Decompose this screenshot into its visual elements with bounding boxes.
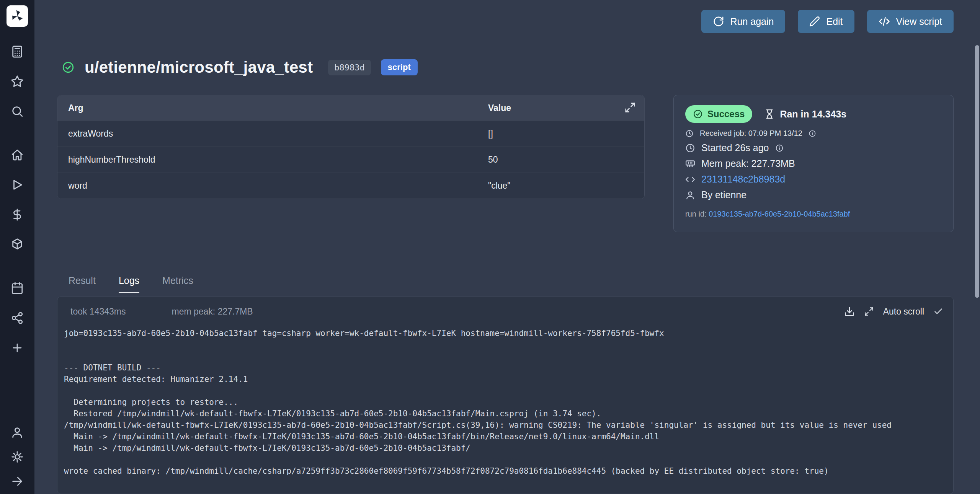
- resources-cube-icon: [11, 238, 24, 251]
- version-hash-badge: b8983d: [328, 60, 371, 75]
- status-label: Success: [707, 109, 745, 119]
- tab-logs[interactable]: Logs: [119, 275, 139, 293]
- started-label: Started 26s ago: [701, 142, 769, 153]
- calendar-icon: [11, 282, 24, 295]
- args-col-value: Value: [477, 103, 644, 113]
- auto-scroll-checkbox[interactable]: [933, 307, 943, 316]
- run-id-label: run id:: [685, 210, 707, 218]
- received-job-label: Received job: 07:09 PM 13/12: [700, 129, 802, 138]
- play-icon: [11, 178, 24, 191]
- tab-result[interactable]: Result: [69, 275, 96, 293]
- arg-value: []: [477, 129, 644, 139]
- run-id-row: run id: 0193c135-ab7d-60e5-2b10-04b5ac13…: [685, 210, 942, 218]
- sidebar-item-apps[interactable]: [11, 45, 24, 58]
- arrow-right-icon: [11, 475, 24, 488]
- hourglass-icon: [764, 109, 774, 119]
- logs-meta-bar: took 14343ms mem peak: 227.7MB Auto scro…: [57, 306, 953, 317]
- calculator-icon: [11, 45, 24, 58]
- refresh-icon: [713, 16, 724, 27]
- arg-value: 50: [477, 155, 644, 165]
- main-content: Run again Edit View script: [34, 0, 980, 494]
- user-icon: [685, 190, 695, 200]
- edit-button[interactable]: Edit: [798, 10, 854, 33]
- view-script-button[interactable]: View script: [867, 10, 954, 33]
- arg-name: word: [57, 181, 477, 191]
- arg-value: "clue": [477, 181, 644, 191]
- script-kind-badge: script: [381, 59, 418, 75]
- logs-mem-peak-label: mem peak: 227.7MB: [172, 307, 253, 317]
- sidebar-item-resources[interactable]: [11, 238, 24, 251]
- action-toolbar: Run again Edit View script: [57, 10, 954, 33]
- scrollbar-thumb[interactable]: [975, 45, 979, 298]
- info-icon[interactable]: [775, 144, 784, 152]
- auto-scroll-label: Auto scroll: [883, 307, 924, 317]
- app-window: Run again Edit View script: [0, 0, 980, 494]
- script-hash-row: 23131148c2b8983d: [685, 174, 942, 185]
- status-badge: Success: [685, 105, 752, 123]
- sidebar-item-search[interactable]: [11, 105, 24, 118]
- arg-name: highNumberThreshold: [57, 155, 477, 165]
- run-id-link[interactable]: 0193c135-ab7d-60e5-2b10-04b5ac13fabf: [709, 210, 850, 218]
- star-icon: [11, 75, 24, 88]
- ran-in-label: Ran in 14.343s: [780, 109, 846, 120]
- maximize-icon[interactable]: [864, 307, 874, 316]
- sidebar-item-variables[interactable]: [11, 208, 24, 221]
- download-icon[interactable]: [844, 306, 855, 317]
- logs-panel: took 14343ms mem peak: 227.7MB Auto scro…: [57, 297, 954, 494]
- windmill-logo[interactable]: [7, 5, 28, 27]
- job-status-card: Success Ran in 14.343s: [673, 95, 954, 232]
- plus-icon: [11, 341, 24, 354]
- sidebar-item-create[interactable]: [11, 341, 24, 354]
- info-icon[interactable]: [808, 130, 816, 137]
- expand-args-button[interactable]: [624, 102, 636, 113]
- windmill-logo-icon: [10, 9, 24, 23]
- memory-icon: [685, 159, 695, 169]
- check-circle-icon: [693, 109, 703, 119]
- window-scrollbar: [975, 0, 979, 494]
- status-row: Success Ran in 14.343s: [685, 105, 942, 123]
- received-job-row: Received job: 07:09 PM 13/12: [685, 129, 942, 138]
- args-col-arg: Arg: [57, 103, 477, 113]
- by-user-label: By etienne: [701, 189, 746, 201]
- script-hash-link[interactable]: 23131148c2b8983d: [701, 174, 785, 185]
- arg-name: extraWords: [57, 129, 477, 139]
- sidebar-item-account[interactable]: [11, 426, 24, 439]
- edit-label: Edit: [826, 16, 843, 27]
- logs-took-label: took 14343ms: [70, 307, 126, 317]
- home-icon: [11, 148, 24, 161]
- table-row: extraWords []: [57, 121, 644, 147]
- run-again-button[interactable]: Run again: [701, 10, 786, 33]
- ran-in-duration: Ran in 14.343s: [764, 109, 846, 120]
- clock-icon: [685, 129, 694, 138]
- search-icon: [11, 105, 24, 118]
- code-icon: [879, 16, 890, 27]
- sidebar-item-expand[interactable]: [11, 475, 24, 488]
- logs-actions: Auto scroll: [844, 306, 943, 317]
- sidebar-item-settings[interactable]: [11, 450, 24, 463]
- sidebar-item-runs[interactable]: [11, 178, 24, 191]
- network-icon: [11, 311, 24, 324]
- view-script-label: View script: [896, 16, 942, 27]
- user-icon: [11, 426, 24, 439]
- args-table-header: Arg Value: [57, 95, 644, 121]
- mem-peak-label: Mem peak: 227.73MB: [701, 158, 795, 169]
- started-row: Started 26s ago: [685, 142, 942, 153]
- sidebar-item-favorites[interactable]: [11, 75, 24, 88]
- table-row: highNumberThreshold 50: [57, 147, 644, 173]
- sidebar-item-home[interactable]: [11, 148, 24, 161]
- success-check-icon: [62, 61, 75, 74]
- sidebar-item-schedules[interactable]: [11, 282, 24, 295]
- pencil-icon: [809, 16, 820, 27]
- mem-peak-row: Mem peak: 227.73MB: [685, 158, 942, 169]
- args-table: Arg Value extraWords [] highNumberThresh…: [57, 95, 645, 199]
- clock-icon: [685, 143, 695, 153]
- gear-icon: [11, 450, 24, 463]
- sidebar-item-triggers[interactable]: [11, 311, 24, 324]
- table-row: word "clue": [57, 173, 644, 199]
- tab-metrics[interactable]: Metrics: [162, 275, 193, 293]
- title-row: u/etienne/microsoft_java_test b8983d scr…: [57, 58, 954, 77]
- maximize-icon: [624, 102, 636, 113]
- page-title: u/etienne/microsoft_java_test: [85, 58, 313, 77]
- sidebar: [0, 0, 34, 494]
- log-output: job=0193c135-ab7d-60e5-2b10-04b5ac13fabf…: [57, 328, 953, 486]
